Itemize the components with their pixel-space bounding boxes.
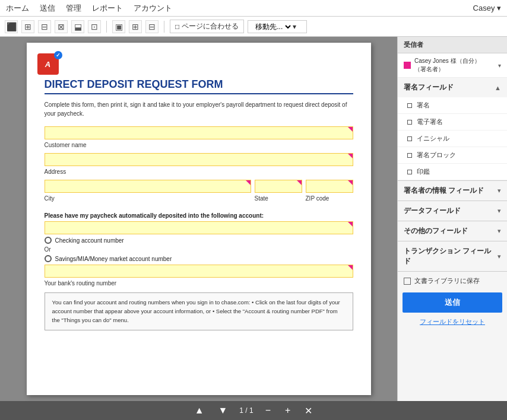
bottom-bar: ▲ ▼ 1 / 1 − + ✕ xyxy=(0,401,507,420)
menu-send[interactable]: 送信 xyxy=(40,3,55,14)
field-corner-marker xyxy=(348,154,353,158)
checking-radio[interactable] xyxy=(45,237,52,244)
reset-link[interactable]: フィールドをリセット xyxy=(398,315,507,329)
transaction-fields-header[interactable]: トランザクション フィールド ▾ xyxy=(398,241,507,271)
send-button[interactable]: 送信 xyxy=(403,292,502,313)
nav-select[interactable]: 移動先... xyxy=(253,22,293,31)
signer-info-title: 署名者の情報 フィールド xyxy=(404,186,484,196)
transaction-fields-chevron-icon: ▾ xyxy=(498,253,501,260)
transaction-fields-title: トランザクション フィールド xyxy=(404,246,498,266)
other-fields-header[interactable]: その他のフィールド ▾ xyxy=(398,221,507,241)
signing-item-4[interactable]: 署名ブロック xyxy=(398,147,507,164)
nav-chevron-icon: ▾ xyxy=(293,23,296,31)
signer-info-section: 署名者の情報 フィールド ▾ xyxy=(398,181,507,201)
zip-label: ZIP code xyxy=(306,195,353,202)
toolbar-icon-5[interactable]: ⬓ xyxy=(71,20,84,33)
page-indicator: 1 / 1 xyxy=(239,406,253,415)
state-wrap: State xyxy=(255,180,302,206)
checking-radio-row: Checking account number xyxy=(45,237,353,244)
signing-dot-2 xyxy=(407,120,412,125)
save-library-label: 文書ライブラリに保存 xyxy=(414,276,480,285)
data-fields-chevron-icon: ▾ xyxy=(498,207,501,215)
zoom-out-button[interactable]: − xyxy=(263,405,273,416)
signing-label-5: 印鑑 xyxy=(417,167,430,176)
toolbar-icon-3[interactable]: ⊟ xyxy=(38,20,51,33)
toolbar-icon-8[interactable]: ⊞ xyxy=(129,20,142,33)
state-field[interactable] xyxy=(255,180,302,193)
savings-radio-row: Savings/MIA/Money market account number xyxy=(45,255,353,262)
menu-items: ホーム 送信 管理 レポート アカウント xyxy=(6,3,172,14)
recipient-name: Casey Jones 様（自分） xyxy=(414,57,495,65)
other-fields-title: その他のフィールド xyxy=(404,226,468,236)
toolbar-sep-1 xyxy=(106,21,107,33)
city-field[interactable] xyxy=(45,180,251,193)
signing-dot-3 xyxy=(407,136,412,141)
menu-account[interactable]: アカウント xyxy=(134,3,172,14)
signer-info-chevron-icon: ▾ xyxy=(498,187,501,195)
menu-bar: ホーム 送信 管理 レポート アカウント Casey ▾ xyxy=(0,0,507,17)
signing-fields-header[interactable]: 署名フィールド ▲ xyxy=(398,78,507,97)
recipient-row[interactable]: Casey Jones 様（自分） （署名者） ▾ xyxy=(398,53,507,78)
main-layout: A ✓ DIRECT DEPOSIT REQUEST FORM Complete… xyxy=(0,37,507,401)
scroll-up-button[interactable]: ▲ xyxy=(192,405,207,416)
data-fields-header[interactable]: データフィールド ▾ xyxy=(398,201,507,221)
toolbar-sep-2 xyxy=(164,21,164,33)
account-number-field[interactable] xyxy=(45,221,353,234)
signing-item-5[interactable]: 印鑑 xyxy=(398,164,507,180)
savings-label: Savings/MIA/Money market account number xyxy=(55,256,172,262)
nav-dropdown[interactable]: 移動先... ▾ xyxy=(248,20,307,33)
address-field[interactable] xyxy=(45,153,353,166)
state-label: State xyxy=(255,195,302,202)
toolbar-icon-4[interactable]: ⊠ xyxy=(55,20,68,33)
scroll-down-button[interactable]: ▼ xyxy=(216,405,230,416)
field-corner-marker xyxy=(348,265,353,270)
menu-home[interactable]: ホーム xyxy=(6,3,29,14)
recipient-info: Casey Jones 様（自分） （署名者） xyxy=(414,57,495,74)
signing-item-2[interactable]: 電子署名 xyxy=(398,114,507,131)
city-wrap: City xyxy=(45,180,251,206)
signing-fields-section: 署名フィールド ▲ 署名 電子署名 イニシャル 署名ブロック 印鑑 xyxy=(398,78,507,181)
toolbar: ⬛ ⊞ ⊟ ⊠ ⬓ ⊡ ▣ ⊞ ⊟ □ ページに合わせる 移動先... ▾ xyxy=(0,17,507,37)
savings-account-field[interactable] xyxy=(45,265,353,278)
signing-item-1[interactable]: 署名 xyxy=(398,97,507,114)
recipient-chevron-icon: ▾ xyxy=(498,62,501,69)
close-bottom-button[interactable]: ✕ xyxy=(302,405,315,416)
savings-radio[interactable] xyxy=(45,255,52,262)
page-fit-icon: □ xyxy=(175,23,179,31)
toolbar-icon-7[interactable]: ▣ xyxy=(112,20,125,33)
menu-report[interactable]: レポート xyxy=(92,3,123,14)
other-fields-chevron-icon: ▾ xyxy=(498,227,501,235)
signing-label-1: 署名 xyxy=(417,101,430,110)
menu-manage[interactable]: 管理 xyxy=(66,3,81,14)
toolbar-icon-6[interactable]: ⊡ xyxy=(88,20,101,33)
form-title: DIRECT DEPOSIT REQUEST FORM xyxy=(45,78,353,94)
or-text: Or xyxy=(45,246,353,253)
toolbar-icon-1[interactable]: ⬛ xyxy=(5,20,18,33)
recipient-sub: （署名者） xyxy=(414,65,495,74)
customer-name-field[interactable] xyxy=(45,126,353,139)
recipient-dot xyxy=(404,62,411,69)
save-library-checkbox[interactable] xyxy=(404,278,411,285)
document-area[interactable]: A ✓ DIRECT DEPOSIT REQUEST FORM Complete… xyxy=(0,37,397,401)
data-fields-section: データフィールド ▾ xyxy=(398,201,507,221)
info-box: You can find your account and routing nu… xyxy=(45,292,353,330)
toolbar-icon-2[interactable]: ⊞ xyxy=(21,20,34,33)
signing-label-3: イニシャル xyxy=(417,134,449,143)
account-instruction: Please have my paycheck automatically de… xyxy=(45,212,353,219)
zip-field[interactable] xyxy=(306,180,353,193)
signing-fields-chevron-icon: ▲ xyxy=(495,84,501,91)
page-fit-button[interactable]: □ ページに合わせる xyxy=(170,20,244,33)
field-corner-marker xyxy=(348,127,353,132)
signing-item-3[interactable]: イニシャル xyxy=(398,131,507,147)
field-corner-marker xyxy=(246,180,251,185)
form-description: Complete this form, then print it, sign … xyxy=(45,100,353,118)
toolbar-icon-9[interactable]: ⊟ xyxy=(145,20,159,33)
right-panel: 受信者 Casey Jones 様（自分） （署名者） ▾ 署名フィールド ▲ … xyxy=(397,37,507,401)
recipient-header: 受信者 xyxy=(398,37,507,53)
signing-dot-4 xyxy=(407,153,412,158)
signing-label-4: 署名ブロック xyxy=(417,151,456,160)
signer-info-header[interactable]: 署名者の情報 フィールド ▾ xyxy=(398,181,507,201)
zoom-in-button[interactable]: + xyxy=(283,405,293,416)
user-menu[interactable]: Casey ▾ xyxy=(473,4,501,12)
page-fit-label: ページに合わせる xyxy=(182,21,239,31)
